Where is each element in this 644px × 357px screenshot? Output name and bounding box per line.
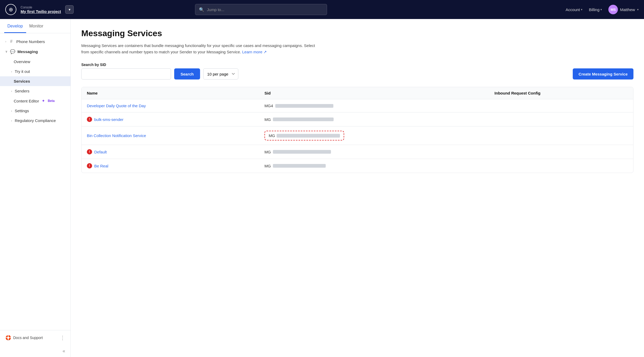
service-link-bin-collection[interactable]: Bin Collection Notification Service <box>87 133 146 138</box>
user-avatar: MS <box>608 5 618 14</box>
user-menu[interactable]: MS Matthew ▾ <box>608 5 639 14</box>
search-group: Search by SID <box>81 63 171 79</box>
messaging-chevron: ∨ <box>5 50 7 53</box>
page-title: Messaging Services <box>81 29 633 38</box>
table-cell-inbound <box>489 126 633 145</box>
project-selector[interactable]: Console My first Twilio project <box>21 6 61 14</box>
sidebar-item-services[interactable]: Services <box>0 76 70 86</box>
table-cell-sid: MG <box>259 145 489 159</box>
table-row: ! bulk-sms-sender MG <box>82 112 633 126</box>
dropdown-icon: ▾ <box>69 7 70 12</box>
table-cell-sid: MG <box>259 126 489 145</box>
sidebar-nav: › # Phone Numbers ∨ 💬 Messaging Overview… <box>0 33 70 330</box>
table-cell-inbound <box>489 159 633 173</box>
account-chevron: ▾ <box>581 8 583 11</box>
table-cell-sid: MG <box>259 112 489 126</box>
warning-icon: ! <box>87 163 92 168</box>
table-cell-inbound <box>489 99 633 112</box>
learn-more-link[interactable]: Learn more ↗ <box>242 50 267 54</box>
name-cell: Developer Daily Quote of the Day <box>87 104 254 108</box>
table-header-row: Name Sid Inbound Request Config <box>82 87 633 99</box>
sid-redacted <box>273 164 326 168</box>
sidebar-item-senders[interactable]: › Senders <box>0 86 70 96</box>
sidebar-item-settings[interactable]: › Settings <box>0 106 70 116</box>
highlighted-sid-cell: MG <box>264 131 344 140</box>
phone-numbers-label: Phone Numbers <box>16 39 45 44</box>
sidebar-collapse-button[interactable]: « <box>0 345 70 357</box>
search-button[interactable]: Search <box>174 68 200 79</box>
messaging-icon: 💬 <box>10 49 15 54</box>
logo-icon: ⊕ <box>9 6 13 13</box>
sid-cell: MG <box>264 164 484 168</box>
account-menu[interactable]: Account ▾ <box>566 7 583 12</box>
table-cell-name: Bin Collection Notification Service <box>82 126 259 145</box>
sidebar-item-phone-numbers[interactable]: › # Phone Numbers <box>0 36 70 46</box>
try-it-out-label: Try it out <box>15 69 30 74</box>
sidebar-item-regulatory-compliance[interactable]: › Regulatory Compliance <box>0 116 70 125</box>
table-cell-sid: MG4 <box>259 99 489 112</box>
tab-monitor[interactable]: Monitor <box>26 19 46 33</box>
sid-redacted <box>275 104 333 108</box>
docs-support-icon: 🛟 <box>5 335 11 341</box>
table-row: ! Default MG <box>82 145 633 159</box>
global-search-input[interactable] <box>207 4 323 15</box>
sid-prefix: MG <box>269 133 275 138</box>
sid-cell: MG <box>264 150 484 154</box>
sid-prefix: MG <box>264 117 271 122</box>
sid-prefix: MG <box>264 150 271 154</box>
global-search: 🔍 <box>195 4 327 15</box>
warning-icon: ! <box>87 149 92 154</box>
sid-prefix: MG <box>264 164 271 168</box>
services-label: Services <box>14 79 30 83</box>
main-layout: Develop Monitor › # Phone Numbers ∨ 💬 Me… <box>0 19 644 357</box>
service-link-developer-daily[interactable]: Developer Daily Quote of the Day <box>87 104 146 108</box>
sid-redacted <box>277 134 340 138</box>
project-name[interactable]: My first Twilio project <box>21 9 61 14</box>
search-input[interactable] <box>81 68 171 79</box>
billing-menu[interactable]: Billing ▾ <box>589 7 602 12</box>
table-body: Developer Daily Quote of the Day MG4 <box>82 99 633 173</box>
phone-numbers-chevron: › <box>5 40 6 43</box>
table-cell-name: ! Default <box>82 145 259 159</box>
try-it-out-chevron: › <box>11 70 12 73</box>
senders-label: Senders <box>15 89 30 93</box>
name-cell: ! bulk-sms-sender <box>87 117 254 122</box>
warning-icon: ! <box>87 117 92 122</box>
table-cell-sid: MG <box>259 159 489 173</box>
docs-support-item[interactable]: 🛟 Docs and Support <box>5 335 43 341</box>
sidebar-item-try-it-out[interactable]: › Try it out <box>0 67 70 76</box>
service-link-default[interactable]: Default <box>94 150 107 154</box>
search-label: Search by SID <box>81 63 171 67</box>
sidebar-tabs: Develop Monitor <box>0 19 70 33</box>
collapse-icon: « <box>63 348 65 354</box>
user-name: Matthew <box>620 7 635 12</box>
table-cell-inbound <box>489 145 633 159</box>
settings-label: Settings <box>15 109 29 113</box>
account-label: Account <box>566 7 580 12</box>
service-link-bulk-sms[interactable]: bulk-sms-sender <box>94 117 124 122</box>
project-dropdown-button[interactable]: ▾ <box>65 5 74 14</box>
sidebar-item-messaging[interactable]: ∨ 💬 Messaging <box>0 46 70 57</box>
table-cell-name: Developer Daily Quote of the Day <box>82 99 259 112</box>
name-cell: ! Default <box>87 149 254 154</box>
table-row: Bin Collection Notification Service MG <box>82 126 633 145</box>
console-label: Console <box>21 6 61 9</box>
table-cell-name: ! bulk-sms-sender <box>82 112 259 126</box>
per-page-select[interactable]: 10 per page 25 per page 50 per page <box>203 68 238 79</box>
overview-label: Overview <box>14 59 30 64</box>
regulatory-compliance-label: Regulatory Compliance <box>15 118 56 123</box>
messaging-label: Messaging <box>17 49 38 54</box>
settings-chevron: › <box>11 109 12 112</box>
create-messaging-service-button[interactable]: Create Messaging Service <box>573 68 633 79</box>
topnav-right: Account ▾ Billing ▾ MS Matthew ▾ <box>566 5 639 14</box>
app-logo: ⊕ <box>5 4 16 15</box>
main-content: Messaging Services Messaging Services ar… <box>71 19 644 357</box>
more-options-icon[interactable]: ⋮ <box>60 335 65 341</box>
tab-develop[interactable]: Develop <box>4 19 26 33</box>
top-navigation: ⊕ Console My first Twilio project ▾ 🔍 Ac… <box>0 0 644 19</box>
sidebar-item-content-editor[interactable]: Content Editor ✦ Beta <box>0 96 70 106</box>
billing-chevron: ▾ <box>600 8 602 11</box>
service-link-be-real[interactable]: Be Real <box>94 164 108 168</box>
content-editor-label: Content Editor <box>14 99 39 103</box>
sidebar-item-overview[interactable]: Overview <box>0 57 70 67</box>
